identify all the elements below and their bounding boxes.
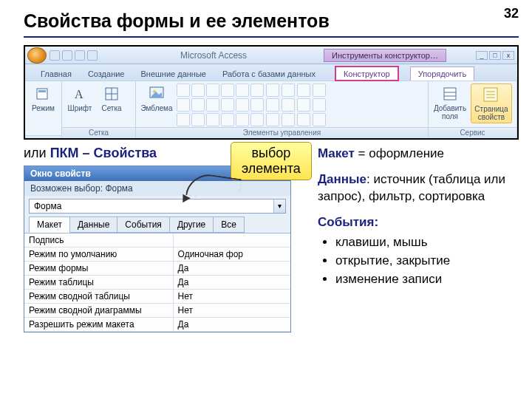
- ribbon: Microsoft Access Инструменты конструктор…: [25, 47, 517, 138]
- term-data: Данные: [318, 172, 366, 186]
- emblem-label: Эмблема: [141, 104, 173, 112]
- propwin-element-combo[interactable]: Форма ▾: [29, 199, 286, 214]
- view-label: Режим: [32, 104, 55, 112]
- add-fields-button[interactable]: Добавить поля: [432, 83, 468, 120]
- app-title: Microsoft Access: [103, 50, 324, 61]
- propwin-title: Окно свойств: [30, 168, 91, 179]
- chevron-down-icon[interactable]: ▾: [273, 200, 285, 213]
- tab-designer[interactable]: Конструктор: [335, 66, 398, 81]
- ribbon-container: Microsoft Access Инструменты конструктор…: [24, 45, 519, 140]
- qat-more-icon[interactable]: [87, 50, 98, 61]
- note-data: Данные: источник (таблица или запрос), ф…: [318, 171, 519, 205]
- prop-val[interactable]: Да: [174, 276, 290, 289]
- table-row[interactable]: Режим сводной таблицыНет: [24, 290, 290, 304]
- tab-all[interactable]: Все: [213, 216, 245, 233]
- notes-panel: Макет = оформление Данные: источник (таб…: [304, 146, 519, 290]
- group-tools: Добавить поля Страница свойств Сервис: [429, 81, 517, 138]
- controls-extra4[interactable]: [313, 83, 326, 126]
- controls-extra2[interactable]: [282, 83, 295, 126]
- table-row[interactable]: Режим таблицыДа: [24, 276, 290, 290]
- svg-text:A: A: [75, 88, 83, 100]
- view-button[interactable]: Режим: [28, 83, 58, 112]
- list-item: изменение записи: [335, 271, 519, 288]
- prop-key: Режим сводной диаграммы: [24, 304, 174, 317]
- callout-line2: элемента: [242, 161, 301, 176]
- prop-val[interactable]: Нет: [174, 304, 290, 317]
- group-controls-label: Элементы управления: [136, 127, 428, 138]
- page-title: Свойства формы и ее элементов: [24, 10, 532, 32]
- tab-home[interactable]: Главная: [33, 66, 80, 81]
- pkm-strong: ПКМ – Свойства: [50, 146, 157, 160]
- qat-save-icon[interactable]: [50, 50, 60, 61]
- maximize-icon[interactable]: □: [489, 51, 501, 60]
- controls-gallery[interactable]: [177, 83, 264, 126]
- tab-events[interactable]: События: [117, 216, 170, 233]
- controls-extra[interactable]: [266, 83, 279, 126]
- grid-button[interactable]: Сетка: [97, 83, 126, 112]
- close-icon[interactable]: x: [502, 51, 514, 60]
- group-tools-label: Сервис: [429, 127, 516, 138]
- minimize-icon[interactable]: _: [476, 51, 488, 60]
- prop-val[interactable]: Одиночная фор: [174, 248, 290, 261]
- view-icon: [35, 85, 52, 103]
- window-controls: _ □ x: [476, 51, 514, 60]
- emblem-button[interactable]: Эмблема: [139, 83, 174, 112]
- quick-access-toolbar: [50, 50, 98, 61]
- group-view: Режим: [25, 81, 62, 138]
- tab-external-data[interactable]: Внешние данные: [133, 66, 214, 81]
- term-layout: Макет: [318, 146, 355, 160]
- prop-key: Режим по умолчанию: [24, 248, 174, 261]
- group-font-grid: A Шрифт Сетка Сетка: [62, 81, 136, 138]
- table-row[interactable]: Режим сводной диаграммыНет: [24, 304, 290, 318]
- grid-icon: [103, 85, 120, 103]
- events-list: клавиши, мышь открытие, закрытие изменен…: [318, 234, 519, 288]
- note-events: События:: [318, 214, 519, 231]
- add-fields-icon: [441, 85, 459, 103]
- ribbon-body: Режим A Шрифт Сетка Сетка: [25, 81, 517, 138]
- list-item: открытие, закрытие: [335, 253, 519, 270]
- property-sheet-button[interactable]: Страница свойств: [471, 83, 512, 123]
- table-row[interactable]: Разрешить режим макетаДа: [24, 318, 290, 332]
- tab-other[interactable]: Другие: [169, 216, 214, 233]
- table-row[interactable]: Подпись: [24, 233, 290, 248]
- prop-val[interactable]: Да: [174, 318, 290, 331]
- property-table: Подпись Режим по умолчаниюОдиночная фор …: [24, 233, 290, 332]
- font-button[interactable]: A Шрифт: [65, 83, 95, 112]
- prop-val[interactable]: [174, 233, 290, 247]
- qat-undo-icon[interactable]: [62, 50, 72, 61]
- propwin-subtitle: Возможен выбор: Форма: [24, 181, 290, 196]
- prop-key: Разрешить режим макета: [24, 318, 174, 331]
- tab-create[interactable]: Создание: [80, 66, 133, 81]
- title-rule: [24, 36, 519, 38]
- propwin-tabs: Макет Данные События Другие Все: [29, 216, 290, 233]
- prop-key: Подпись: [24, 233, 174, 247]
- tab-database-tools[interactable]: Работа с базами данных: [214, 66, 324, 81]
- property-sheet-label: Страница свойств: [474, 105, 508, 121]
- ribbon-tabs: Главная Создание Внешние данные Работа с…: [25, 64, 517, 81]
- table-row[interactable]: Режим формыДа: [24, 262, 290, 276]
- callout-select-element: выбор элемента: [231, 142, 312, 180]
- tab-layout[interactable]: Макет: [29, 216, 70, 233]
- tab-data[interactable]: Данные: [69, 216, 117, 233]
- property-window: Окно свойств x Возможен выбор: Форма Фор…: [24, 166, 291, 332]
- prop-key: Режим таблицы: [24, 276, 174, 289]
- table-row[interactable]: Режим по умолчаниюОдиночная фор: [24, 248, 290, 262]
- ribbon-titlebar: Microsoft Access Инструменты конструктор…: [25, 47, 517, 64]
- controls-extra3[interactable]: [297, 83, 310, 126]
- prop-key: Режим сводной таблицы: [24, 290, 174, 303]
- rest-layout: = оформление: [355, 146, 444, 160]
- add-fields-label: Добавить поля: [434, 104, 466, 120]
- context-tools-label: Инструменты конструктор…: [324, 49, 446, 62]
- tab-arrange[interactable]: Упорядочить: [410, 66, 474, 81]
- prop-val[interactable]: Да: [174, 262, 290, 275]
- property-sheet-icon: [482, 86, 500, 103]
- font-icon: A: [71, 85, 89, 103]
- grid-label: Сетка: [101, 104, 121, 112]
- qat-redo-icon[interactable]: [75, 50, 85, 61]
- office-button[interactable]: [27, 47, 47, 64]
- group-controls: Эмблема: [136, 81, 429, 138]
- page-number: 32: [504, 6, 519, 21]
- prop-val[interactable]: Нет: [174, 290, 290, 303]
- prop-key: Режим формы: [24, 262, 174, 275]
- font-label: Шрифт: [68, 104, 92, 112]
